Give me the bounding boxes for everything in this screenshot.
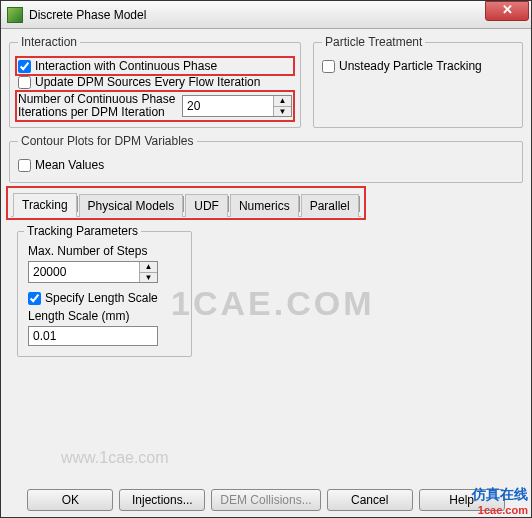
tab-udf[interactable]: UDF — [185, 194, 228, 217]
chk-unsteady-tracking[interactable] — [322, 60, 335, 73]
chk-length-label: Specify Length Scale — [45, 291, 158, 305]
chk-continuous-row: Interaction with Continuous Phase — [18, 59, 292, 73]
tab-numerics[interactable]: Numerics — [230, 194, 299, 217]
dialog-window: Discrete Phase Model ✕ Interaction Inter… — [0, 0, 532, 518]
tab-physical-models[interactable]: Physical Models — [79, 194, 184, 217]
app-icon — [7, 7, 23, 23]
particle-legend: Particle Treatment — [322, 35, 425, 49]
watermark-url: www.1cae.com — [61, 449, 169, 467]
cancel-button[interactable]: Cancel — [327, 489, 413, 511]
tabstrip: Tracking Physical Models UDF Numerics Pa… — [11, 191, 361, 217]
tracking-params-legend: Tracking Parameters — [24, 224, 141, 238]
tracking-parameters-group: Tracking Parameters Max. Number of Steps… — [17, 231, 192, 357]
injections-button[interactable]: Injections... — [119, 489, 205, 511]
dialog-body: Interaction Interaction with Continuous … — [1, 29, 531, 517]
chk-mean-row: Mean Values — [18, 158, 514, 172]
spin-down-icon[interactable]: ▼ — [140, 273, 157, 283]
spin-down-icon[interactable]: ▼ — [274, 107, 291, 117]
close-button[interactable]: ✕ — [485, 1, 529, 21]
spin-up-icon[interactable]: ▲ — [274, 96, 291, 107]
max-steps-spinner: ▲ ▼ — [28, 261, 158, 283]
iterations-input[interactable] — [183, 96, 273, 116]
max-steps-label: Max. Number of Steps — [28, 244, 181, 258]
chk-unsteady-label: Unsteady Particle Tracking — [339, 59, 482, 73]
iterations-label: Number of Continuous Phase Iterations pe… — [18, 93, 178, 119]
tab-tracking[interactable]: Tracking — [13, 193, 77, 217]
chk-mean-label: Mean Values — [35, 158, 104, 172]
watermark-big: 1CAE.COM — [171, 284, 374, 323]
chk-unsteady-row: Unsteady Particle Tracking — [322, 59, 514, 73]
interaction-legend: Interaction — [18, 35, 80, 49]
max-steps-input[interactable] — [29, 262, 139, 282]
ok-button[interactable]: OK — [27, 489, 113, 511]
dialog-button-row: OK Injections... DEM Collisions... Cance… — [1, 489, 531, 511]
chk-update-dpm-sources[interactable] — [18, 76, 31, 89]
window-title: Discrete Phase Model — [29, 8, 485, 22]
dem-collisions-button[interactable]: DEM Collisions... — [211, 489, 320, 511]
interaction-group: Interaction Interaction with Continuous … — [9, 35, 301, 128]
tab-parallel[interactable]: Parallel — [301, 194, 359, 217]
chk-continuous-phase[interactable] — [18, 60, 31, 73]
chk-continuous-label: Interaction with Continuous Phase — [35, 59, 217, 73]
help-button[interactable]: Help — [419, 489, 505, 511]
iterations-spin-row: Number of Continuous Phase Iterations pe… — [18, 93, 292, 119]
iterations-spinner: ▲ ▼ — [182, 95, 292, 117]
chk-length-row: Specify Length Scale — [28, 291, 181, 305]
chk-update-row: Update DPM Sources Every Flow Iteration — [18, 75, 292, 89]
titlebar: Discrete Phase Model ✕ — [1, 1, 531, 29]
length-scale-label: Length Scale (mm) — [28, 309, 181, 323]
chk-mean-values[interactable] — [18, 159, 31, 172]
contour-group: Contour Plots for DPM Variables Mean Val… — [9, 134, 523, 183]
chk-update-label: Update DPM Sources Every Flow Iteration — [35, 75, 260, 89]
close-icon: ✕ — [502, 2, 513, 17]
chk-specify-length-scale[interactable] — [28, 292, 41, 305]
contour-legend: Contour Plots for DPM Variables — [18, 134, 197, 148]
particle-treatment-group: Particle Treatment Unsteady Particle Tra… — [313, 35, 523, 128]
spin-up-icon[interactable]: ▲ — [140, 262, 157, 273]
length-scale-input[interactable] — [28, 326, 158, 346]
tabstrip-highlight: Tracking Physical Models UDF Numerics Pa… — [9, 189, 363, 217]
